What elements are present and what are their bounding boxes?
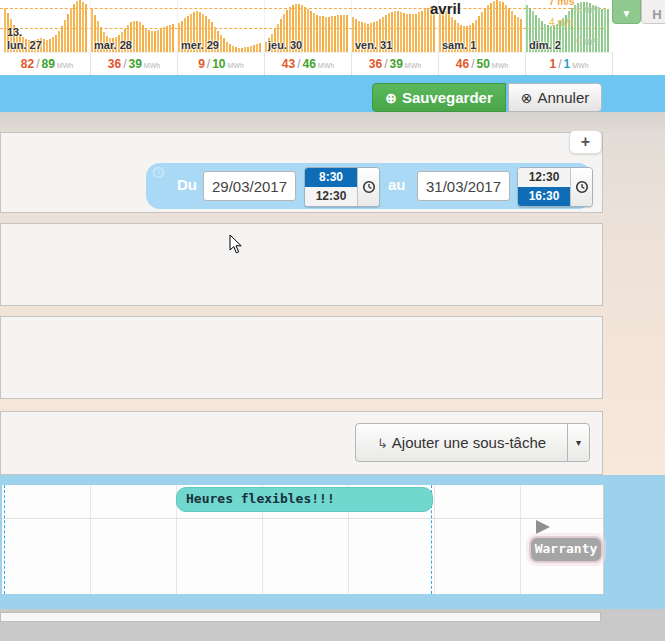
- start-time-clock-button[interactable]: [357, 168, 379, 206]
- day-energy-value: 9/10MWh: [178, 53, 265, 76]
- day-column: 13.lun. 27: [4, 0, 90, 52]
- forecast-panel: 13.lun. 27mar. 28mer. 29jeu. 30ven. 31sa…: [0, 0, 665, 75]
- cancel-circle-icon: ⊗: [521, 90, 533, 106]
- wind-axis-label: 0 m/s: [576, 36, 600, 47]
- add-period-button[interactable]: +: [569, 130, 602, 154]
- end-time-picker: 12:30 16:30: [517, 167, 593, 207]
- week-number-label: 13.: [7, 26, 22, 38]
- gantt-row-divider: [2, 518, 603, 519]
- forecast-values-row: 82/89MWh36/39MWh9/10MWh43/46MWh36/39MWh4…: [4, 52, 613, 76]
- forecast-chart: 13.lun. 27mar. 28mer. 29jeu. 30ven. 31sa…: [0, 0, 610, 52]
- milestone-arrow-icon: [536, 520, 550, 534]
- start-date-input[interactable]: [203, 171, 296, 201]
- chart-dropdown-button[interactable]: ▼: [612, 0, 641, 24]
- empty-panel: [0, 223, 603, 306]
- end-time-option-top[interactable]: 12:30: [518, 168, 570, 187]
- day-energy-value: 82/89MWh: [4, 53, 91, 76]
- save-circle-icon: ⊕: [385, 90, 397, 106]
- gantt-column-line: [520, 485, 521, 594]
- day-energy-value: 36/39MWh: [352, 53, 439, 76]
- day-column: mer. 29: [177, 0, 264, 52]
- day-energy-value: 1/1MWh: [526, 53, 613, 76]
- day-label: dim. 2: [529, 39, 561, 51]
- mouse-cursor: [229, 234, 243, 258]
- empty-panel: [0, 316, 603, 399]
- gantt-section: Heures flexibles!!! Warranty: [0, 475, 665, 609]
- day-energy-value: 43/46MWh: [265, 53, 352, 76]
- save-button[interactable]: ⊕Sauvegarder: [372, 83, 506, 112]
- gantt-task-bar[interactable]: Heures flexibles!!!: [176, 487, 433, 512]
- day-column: mar. 28: [90, 0, 177, 52]
- day-column: jeu. 30: [264, 0, 351, 52]
- day-energy-value: 36/39MWh: [91, 53, 178, 76]
- add-subtask-dropdown-button[interactable]: ▾: [567, 423, 590, 462]
- gantt-column-line: [90, 485, 91, 594]
- forecast-chart-days: 13.lun. 27mar. 28mer. 29jeu. 30ven. 31sa…: [4, 0, 610, 52]
- add-subtask-button[interactable]: ↳Ajouter une sous-tâche: [355, 423, 568, 462]
- wind-axis-label: 4 m/s: [549, 17, 573, 28]
- to-label: au: [388, 176, 406, 193]
- clock-icon: [362, 180, 376, 194]
- start-time-option-top[interactable]: 8:30: [305, 168, 357, 187]
- day-label: jeu. 30: [268, 39, 302, 51]
- start-time-picker: 8:30 12:30: [304, 167, 380, 207]
- start-time-option-bottom[interactable]: 12:30: [305, 187, 357, 206]
- gantt-selection-guide-left: [4, 485, 5, 594]
- cancel-button[interactable]: ⊗Annuler: [508, 83, 602, 112]
- wind-axis-label: 6 m/s: [576, 4, 600, 15]
- day-label: mar. 28: [94, 39, 132, 51]
- end-time-option-bottom[interactable]: 16:30: [518, 187, 570, 206]
- day-label: sam. 1: [442, 39, 476, 51]
- end-time-clock-button[interactable]: [570, 168, 592, 206]
- level-down-icon: ↳: [377, 436, 388, 451]
- action-bar: ⊕Sauvegarder ⊗Annuler: [0, 75, 665, 112]
- gantt-grid: Heures flexibles!!! Warranty: [2, 485, 604, 594]
- wind-axis-label: 7 m/s: [549, 0, 575, 7]
- day-column: ven. 31: [351, 0, 438, 52]
- header-h-button[interactable]: H: [641, 0, 665, 24]
- plus-icon: +: [581, 133, 590, 150]
- from-label: Du: [177, 176, 197, 193]
- gantt-column-line: [434, 485, 435, 594]
- day-label: mer. 29: [181, 39, 219, 51]
- clock-icon: [152, 165, 165, 183]
- clock-icon: [575, 180, 589, 194]
- month-label: avril: [430, 0, 461, 17]
- caret-down-icon: ▾: [576, 437, 581, 448]
- footer-strip: [0, 612, 601, 622]
- day-label: lun. 27: [7, 39, 42, 51]
- day-label: ven. 31: [355, 39, 392, 51]
- chevron-down-icon: ▼: [622, 8, 632, 19]
- end-date-input[interactable]: [417, 171, 510, 201]
- gantt-milestone-label[interactable]: Warranty: [529, 536, 603, 563]
- day-energy-value: 46/50MWh: [439, 53, 526, 76]
- date-range-pill: Du 8:30 12:30 au 12:30 16:30: [146, 163, 592, 209]
